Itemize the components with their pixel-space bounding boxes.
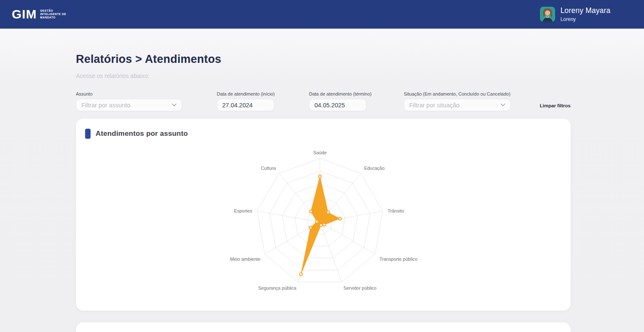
breadcrumb: Relatórios > Atendimentos <box>76 53 221 66</box>
chevron-down-icon <box>172 104 177 106</box>
logo-tagline-line: GESTÃO <box>40 9 66 13</box>
user-username: Loreny <box>561 16 610 22</box>
situacao-select[interactable]: Filtrar por situação <box>404 99 511 111</box>
radar-axis-label: Saúde <box>313 150 327 155</box>
situacao-select-value: Filtrar por situação <box>409 102 460 109</box>
data-termino-input[interactable]: 04.05.2025 <box>309 99 366 111</box>
filter-data-inicio: Data de atendimento (início) 27.04.2024 <box>217 91 274 111</box>
assunto-select[interactable]: Filtrar por assunto <box>76 99 182 111</box>
logo-tagline: GESTÃO INTELIGENTE DE MANDATO <box>40 9 66 19</box>
app-logo[interactable]: GIM GESTÃO INTELIGENTE DE MANDATO <box>12 7 66 21</box>
radar-axis-label: Servidor público <box>343 285 377 290</box>
data-termino-value: 04.05.2025 <box>314 102 345 109</box>
radar-point <box>327 211 330 214</box>
radar-point <box>299 273 302 276</box>
avatar <box>540 7 555 22</box>
filters-bar: Assunto Filtrar por assunto Data de aten… <box>76 91 571 112</box>
radar-chart-card: Atendimentos por assunto SaúdeEducaçãoTr… <box>76 119 571 311</box>
filter-data-termino: Data de atendimento (término) 04.05.2025 <box>309 91 366 111</box>
radar-axis-line <box>320 222 342 282</box>
radar-point <box>319 175 322 178</box>
radar-axis-label: Trânsito <box>388 208 404 213</box>
radar-axis-label: Educação <box>364 166 384 171</box>
radar-axis-line <box>320 222 375 254</box>
clear-filters-button[interactable]: Limpar filtros <box>540 103 571 108</box>
data-inicio-value: 27.04.2024 <box>222 102 253 109</box>
radar-axis-label: Meio ambiente <box>230 257 260 262</box>
radar-point <box>339 217 342 220</box>
chevron-down-icon <box>501 104 505 106</box>
filter-data-inicio-label: Data de atendimento (início) <box>217 91 274 96</box>
radar-axis-label: Segurança pública <box>258 285 297 290</box>
assunto-select-value: Filtrar por assunto <box>81 102 130 109</box>
filter-data-termino-label: Data de atendimento (término) <box>309 91 366 96</box>
logo-tagline-line: MANDATO <box>40 16 66 19</box>
user-menu[interactable]: Loreny Mayara Loreny <box>540 6 610 22</box>
radar-point <box>323 223 326 226</box>
radar-point <box>319 224 322 227</box>
filter-assunto: Assunto Filtrar por assunto <box>76 91 182 111</box>
radar-point <box>309 226 312 229</box>
radar-axis-label: Esportes <box>234 208 252 213</box>
filter-situacao-label: Situação (Em andamento, Concluído ou Can… <box>404 91 511 96</box>
filter-assunto-label: Assunto <box>76 91 182 96</box>
radar-point <box>315 220 318 223</box>
top-navigation-bar: GIM GESTÃO INTELIGENTE DE MANDATO Loreny… <box>0 0 644 29</box>
radar-point <box>309 210 312 213</box>
page-subtitle: Acesse os relatórios abaixo: <box>76 73 149 79</box>
radar-chart: SaúdeEducaçãoTrânsitoTransporte públicoS… <box>76 119 571 311</box>
next-report-card: Atendimentos por mês <box>76 322 571 332</box>
logo-acronym: GIM <box>12 7 37 21</box>
user-name: Loreny Mayara <box>561 6 610 15</box>
data-inicio-input[interactable]: 27.04.2024 <box>217 99 274 111</box>
radar-axis-label: Cultura <box>261 166 276 171</box>
logo-tagline-line: INTELIGENTE DE <box>40 13 66 16</box>
radar-axis-label: Transporte público <box>379 257 418 262</box>
filter-situacao: Situação (Em andamento, Concluído ou Can… <box>404 91 511 111</box>
